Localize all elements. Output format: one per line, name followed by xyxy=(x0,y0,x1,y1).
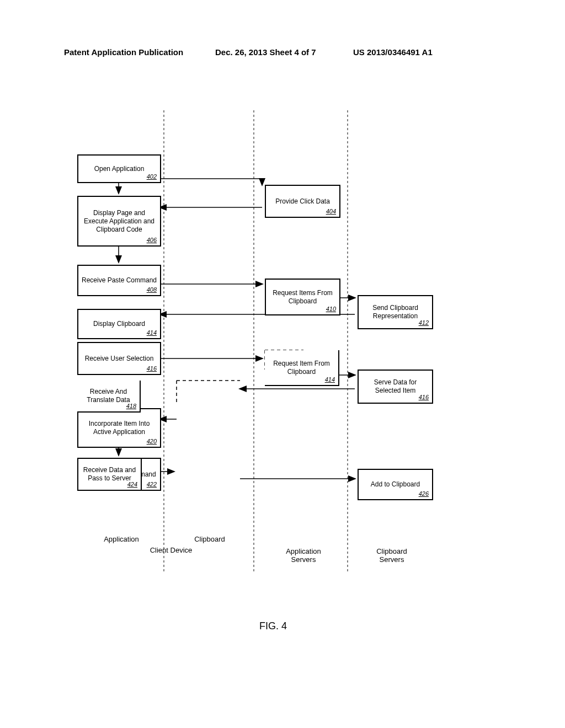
box-incorporate-item: Incorporate Item Into Active Application… xyxy=(77,408,161,448)
box-display-clipboard: Display Clipboard 414 xyxy=(77,309,161,339)
box-num: 422 xyxy=(147,481,157,489)
box-text: Receive User Selection xyxy=(81,355,158,363)
box-add-to-clipboard: Add to Clipboard 426 xyxy=(358,469,433,500)
box-request-item: Request Item From Clipboard 414 xyxy=(265,350,339,386)
box-send-clipboard-rep: Send Clipboard Representation 412 xyxy=(358,295,433,329)
box-text: Open Application xyxy=(81,165,158,173)
box-text: Receive Paste Command xyxy=(81,276,158,285)
lane-client-device: Client Device xyxy=(132,546,210,554)
box-num: 408 xyxy=(147,286,157,294)
box-text: Provide Click Data xyxy=(268,197,337,206)
box-num: 404 xyxy=(326,208,336,216)
box-num: 418 xyxy=(126,403,136,410)
box-receive-paste: Receive Paste Command 408 xyxy=(77,265,161,296)
figure-label: FIG. 4 xyxy=(259,620,287,632)
box-num: 416 xyxy=(419,394,429,402)
box-text: Serve Data for Selected Item xyxy=(361,378,430,395)
box-num: 420 xyxy=(147,438,157,446)
header-center: Dec. 26, 2013 Sheet 4 of 7 xyxy=(215,47,316,57)
header-right: US 2013/0346491 A1 xyxy=(353,47,433,57)
box-serve-data: Serve Data for Selected Item 416 xyxy=(358,370,433,404)
box-num: 416 xyxy=(147,365,157,373)
box-display-page: Display Page and Execute Application and… xyxy=(77,196,161,247)
box-num: 414 xyxy=(147,329,157,337)
box-request-items: Request Items From Clipboard 410 xyxy=(265,279,340,315)
box-num: 426 xyxy=(419,490,429,498)
box-num: 424 xyxy=(127,481,137,489)
box-receive-translate: Receive And Translate Data 418 xyxy=(77,381,141,413)
page: Patent Application Publication Dec. 26, … xyxy=(0,0,565,728)
box-num: 406 xyxy=(147,237,157,244)
box-receive-data-pass: Receive Data and Pass to Server 424 xyxy=(77,458,142,491)
lane-clipboard-servers: Clipboard Servers xyxy=(364,547,419,564)
lane-app-servers: Application Servers xyxy=(276,547,331,564)
box-text: Incorporate Item Into Active Application xyxy=(81,420,158,436)
box-num: 414 xyxy=(325,376,335,384)
box-text: Receive And Translate Data xyxy=(79,388,137,404)
box-text: Request Items From Clipboard xyxy=(268,289,337,306)
lane-application: Application xyxy=(97,535,146,543)
lane-clipboard: Clipboard xyxy=(185,535,234,543)
box-num: 410 xyxy=(326,306,336,313)
header-left: Patent Application Publication xyxy=(64,47,183,57)
swimlane-diagram: Open Application 402 Display Page and Ex… xyxy=(77,110,491,590)
box-receive-user-selection: Receive User Selection 416 xyxy=(77,342,161,375)
box-text: Send Clipboard Representation xyxy=(361,304,430,320)
box-open-application: Open Application 402 xyxy=(77,154,161,183)
box-text: Add to Clipboard xyxy=(361,480,430,489)
box-text: Request Item From Clipboard xyxy=(267,360,336,376)
box-provide-click-data: Provide Click Data 404 xyxy=(265,185,340,218)
box-text: Receive Data and Pass to Server xyxy=(81,466,138,483)
box-text: Display Clipboard xyxy=(81,320,158,328)
box-num: 402 xyxy=(147,173,157,181)
box-num: 412 xyxy=(419,319,429,327)
box-text: Display Page and Execute Application and… xyxy=(81,209,158,234)
